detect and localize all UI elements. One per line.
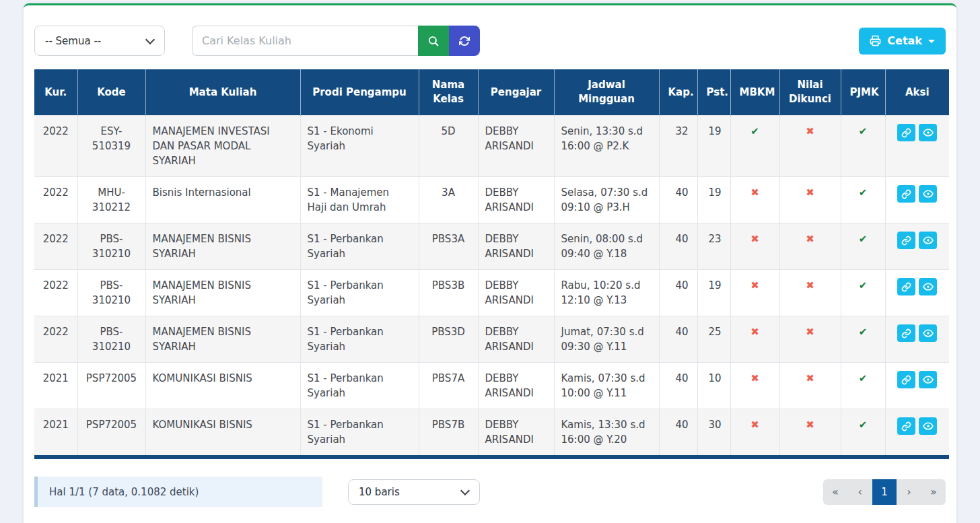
cross-icon: ✖ xyxy=(750,326,759,338)
cell-kur: 2022 xyxy=(34,116,77,177)
cell-nama-kelas: PBS3A xyxy=(419,223,478,270)
cell-pst: 30 xyxy=(697,409,730,458)
link-icon xyxy=(901,421,911,431)
search-button[interactable] xyxy=(418,26,449,56)
cross-icon: ✖ xyxy=(750,233,759,245)
cell-pst: 19 xyxy=(697,116,730,177)
cell-pst: 10 xyxy=(697,363,730,409)
cell-jadwal: Selasa, 07:30 s.d 09:10 @ P3.H xyxy=(554,177,659,223)
link-class-button[interactable] xyxy=(897,124,915,141)
cell-prodi: S1 - Perbankan Syariah xyxy=(300,270,419,316)
link-class-button[interactable] xyxy=(897,232,915,249)
cell-aksi xyxy=(885,316,949,363)
cell-kur: 2021 xyxy=(34,409,77,458)
cell-pjmk: ✔ xyxy=(841,223,885,270)
cell-pst: 25 xyxy=(697,316,730,363)
cell-mata-kuliah: MANAJEMEN BISNIS SYARIAH xyxy=(145,270,300,316)
view-class-button[interactable] xyxy=(919,124,937,141)
page-status-text: Hal 1/1 (7 data, 0.1082 detik) xyxy=(49,486,199,498)
column-header-jadwal-mingguan: Jadwal Mingguan xyxy=(554,69,659,116)
column-header-mata-kuliah: Mata Kuliah xyxy=(145,69,300,116)
view-class-button[interactable] xyxy=(919,417,937,435)
pagination-next[interactable]: › xyxy=(897,479,921,505)
cell-kode: PSP72005 xyxy=(77,409,145,458)
cell-pengajar: DEBBY ARISANDI xyxy=(478,316,554,363)
link-class-button[interactable] xyxy=(897,324,915,342)
cross-icon: ✖ xyxy=(750,372,759,384)
refresh-button[interactable] xyxy=(449,26,480,56)
link-class-button[interactable] xyxy=(897,417,915,435)
cross-icon: ✖ xyxy=(806,186,814,199)
cell-nilai-dikunci: ✖ xyxy=(779,223,841,270)
cell-nama-kelas: PBS7B xyxy=(419,409,478,458)
cell-prodi: S1 - Ekonomi Syariah xyxy=(300,116,419,177)
kelas-kuliah-table: Kur.KodeMata KuliahProdi PengampuNama Ke… xyxy=(34,69,949,459)
cell-jadwal: Kamis, 13:30 s.d 16:00 @ Y.20 xyxy=(554,409,659,458)
cell-kur: 2022 xyxy=(34,177,77,223)
cell-mbkm: ✖ xyxy=(730,270,779,316)
cell-pengajar: DEBBY ARISANDI xyxy=(478,270,554,316)
cell-kap: 40 xyxy=(659,270,697,316)
eye-icon xyxy=(923,127,934,138)
cell-pjmk: ✔ xyxy=(841,116,885,177)
cell-mata-kuliah: MANAJEMEN BISNIS SYARIAH xyxy=(145,316,300,363)
cell-mata-kuliah: MANAJEMEN BISNIS SYARIAH xyxy=(145,223,300,270)
view-class-button[interactable] xyxy=(919,185,937,203)
search-input[interactable] xyxy=(192,26,418,56)
column-header-nilai-dikunci: Nilai Dikunci xyxy=(779,69,841,116)
cross-icon: ✖ xyxy=(806,233,814,245)
column-header-mbkm: MBKM xyxy=(730,69,779,116)
table-row: 2022PBS-310210MANAJEMEN BISNIS SYARIAHS1… xyxy=(34,270,949,316)
link-class-button[interactable] xyxy=(897,185,915,203)
cell-mata-kuliah: KOMUNIKASI BISNIS xyxy=(145,363,300,409)
cell-nilai-dikunci: ✖ xyxy=(779,363,841,409)
link-class-button[interactable] xyxy=(897,371,915,388)
cell-pjmk: ✔ xyxy=(841,316,885,363)
column-header-pengajar: Pengajar xyxy=(478,69,554,116)
cross-icon: ✖ xyxy=(806,125,814,137)
cell-pengajar: DEBBY ARISANDI xyxy=(478,409,554,458)
print-button-label: Cetak xyxy=(887,34,922,47)
view-class-button[interactable] xyxy=(919,232,937,249)
filter-select[interactable]: -- Semua -- xyxy=(34,26,165,56)
pagination-first[interactable]: « xyxy=(823,479,847,505)
cell-prodi: S1 - Manajemen Haji dan Umrah xyxy=(300,177,419,223)
column-header-kode: Kode xyxy=(77,69,145,116)
cross-icon: ✖ xyxy=(806,279,814,291)
pagination-prev[interactable]: ‹ xyxy=(847,479,872,505)
cell-pengajar: DEBBY ARISANDI xyxy=(478,177,554,223)
eye-icon xyxy=(923,374,934,385)
page-size-select[interactable]: 10 baris xyxy=(348,479,480,505)
link-class-button[interactable] xyxy=(897,278,915,295)
cell-jadwal: Jumat, 07:30 s.d 09:30 @ Y.11 xyxy=(554,316,659,363)
view-class-button[interactable] xyxy=(919,371,937,388)
toolbar: -- Semua -- xyxy=(34,26,946,56)
cell-jadwal: Senin, 13:30 s.d 16:00 @ P2.K xyxy=(554,116,659,177)
pagination-last[interactable]: » xyxy=(921,479,946,505)
cell-kap: 40 xyxy=(659,363,697,409)
cell-nama-kelas: 5D xyxy=(419,116,478,177)
cell-nilai-dikunci: ✖ xyxy=(779,409,841,458)
pagination-page-1[interactable]: 1 xyxy=(872,479,897,505)
column-header-pjmk: PJMK xyxy=(841,69,885,116)
cell-aksi xyxy=(885,409,949,458)
cell-pengajar: DEBBY ARISANDI xyxy=(478,223,554,270)
cell-kur: 2021 xyxy=(34,363,77,409)
view-class-button[interactable] xyxy=(919,278,937,295)
link-icon xyxy=(901,189,911,199)
cell-pjmk: ✔ xyxy=(841,363,885,409)
cell-kode: ESY-510319 xyxy=(77,116,145,177)
cell-aksi xyxy=(885,223,949,270)
check-icon: ✔ xyxy=(859,125,868,137)
cell-nama-kelas: PBS7A xyxy=(419,363,478,409)
print-button[interactable]: Cetak xyxy=(859,28,946,55)
cross-icon: ✖ xyxy=(806,326,814,338)
cell-kur: 2022 xyxy=(34,316,77,363)
cell-pst: 19 xyxy=(697,270,730,316)
cell-mbkm: ✖ xyxy=(730,316,779,363)
check-icon: ✔ xyxy=(859,372,868,384)
cell-kap: 40 xyxy=(659,177,697,223)
view-class-button[interactable] xyxy=(919,324,937,342)
cell-mbkm: ✖ xyxy=(730,363,779,409)
cell-mbkm: ✔ xyxy=(730,116,779,177)
